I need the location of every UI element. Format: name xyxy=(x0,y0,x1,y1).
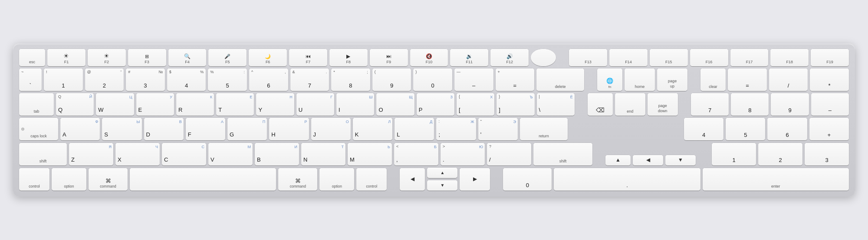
v-key[interactable]: М V xyxy=(208,143,253,165)
h-key[interactable]: Р H xyxy=(269,118,309,140)
numpad-divide-key[interactable]: / xyxy=(769,68,808,91)
a-key[interactable]: Ф A xyxy=(60,118,100,140)
numpad-1-key[interactable]: 1 xyxy=(712,143,756,165)
j-key[interactable]: О J xyxy=(311,118,351,140)
left-control-key[interactable]: control xyxy=(19,168,49,191)
f7-key[interactable]: ⏮ F7 xyxy=(289,49,327,66)
numpad-6-key[interactable]: 6 xyxy=(767,118,807,140)
delete-key[interactable]: delete xyxy=(536,68,584,91)
f-key[interactable]: А F xyxy=(186,118,225,140)
f8-key[interactable]: ▶ F8 xyxy=(329,49,368,66)
minus-key[interactable]: — – xyxy=(454,68,493,91)
quote-key[interactable]: " Э ' xyxy=(478,118,518,140)
x-key[interactable]: Ч X xyxy=(115,143,160,165)
f15-key[interactable]: F15 xyxy=(650,49,688,66)
z-key[interactable]: Я Z xyxy=(69,143,113,165)
f1-key[interactable]: ☀ F1 xyxy=(47,49,85,66)
up-arrow-key[interactable]: ▲ xyxy=(605,155,631,165)
left-option-key[interactable]: option xyxy=(52,168,86,191)
period-key[interactable]: > Ю . xyxy=(441,143,485,165)
c-key[interactable]: С C xyxy=(162,143,206,165)
end-key[interactable]: end xyxy=(615,93,645,116)
numpad-8-key[interactable]: 8 xyxy=(731,93,769,116)
2-key[interactable]: @ " 2 xyxy=(85,68,124,91)
d-key[interactable]: В D xyxy=(144,118,184,140)
space-key[interactable] xyxy=(130,168,276,191)
p-key[interactable]: З P xyxy=(417,93,454,116)
power-key[interactable] xyxy=(531,49,556,66)
f9-key[interactable]: ⏭ F9 xyxy=(370,49,408,66)
backslash-key[interactable]: | Ё \ xyxy=(537,93,575,116)
clear-key[interactable]: clear xyxy=(700,68,726,91)
0-key[interactable]: ) 0 xyxy=(413,68,452,91)
f10-key[interactable]: 🔇 F10 xyxy=(410,49,448,66)
bracket-right-key[interactable]: } Ъ ] xyxy=(496,93,534,116)
semicolon-key[interactable]: : Ж ; xyxy=(436,118,476,140)
page-down-key[interactable]: pagedown xyxy=(648,93,678,116)
numpad-backspace-key[interactable]: ⌫ xyxy=(588,93,613,116)
equals-key[interactable]: + = xyxy=(496,68,535,91)
numpad-2-key[interactable]: 2 xyxy=(758,143,802,165)
numpad-5-key[interactable]: 5 xyxy=(726,118,765,140)
right-option-key[interactable]: option xyxy=(319,168,354,191)
right-arrow-key[interactable]: ▶ xyxy=(460,168,490,191)
i-key[interactable]: Ш I xyxy=(336,93,374,116)
left-arrow-key2[interactable]: ◀ xyxy=(400,168,425,191)
down-arrow-key2[interactable]: ▼ xyxy=(427,180,457,191)
down-arrow-key[interactable]: ▼ xyxy=(665,155,696,165)
numpad-enter-key[interactable]: enter xyxy=(703,168,849,191)
bracket-left-key[interactable]: { Х [ xyxy=(457,93,494,116)
6-key[interactable]: ^ , 6 xyxy=(249,68,288,91)
g-key[interactable]: П G xyxy=(227,118,267,140)
numpad-0-key[interactable]: 0 xyxy=(503,168,552,191)
slash-key[interactable]: ? / xyxy=(487,143,531,165)
left-arrow-key[interactable]: ◀ xyxy=(633,155,663,165)
caps-lock-key[interactable]: caps lock xyxy=(19,118,58,140)
f3-key[interactable]: ⊞ F3 xyxy=(128,49,166,66)
f13-key[interactable]: F13 xyxy=(569,49,607,66)
u-key[interactable]: Г U xyxy=(296,93,334,116)
page-up-key[interactable]: pageup xyxy=(657,68,687,91)
backtick-key[interactable]: ~ ` xyxy=(19,68,42,91)
q-key[interactable]: Q Й Q xyxy=(56,93,94,116)
numpad-minus-key[interactable]: – xyxy=(811,93,849,116)
k-key[interactable]: Л K xyxy=(353,118,392,140)
right-shift-key[interactable]: shift xyxy=(533,143,592,165)
f19-key[interactable]: F19 xyxy=(811,49,849,66)
y-key[interactable]: Н Y xyxy=(256,93,294,116)
b-key[interactable]: И B xyxy=(255,143,299,165)
e-key[interactable]: У E xyxy=(136,93,174,116)
numpad-7-key[interactable]: 7 xyxy=(691,93,729,116)
numpad-equals-key[interactable]: = xyxy=(728,68,767,91)
9-key[interactable]: ( 9 xyxy=(372,68,411,91)
esc-key[interactable]: esc xyxy=(19,49,45,66)
numpad-9-key[interactable]: 9 xyxy=(771,93,809,116)
3-key[interactable]: # № 3 xyxy=(126,68,165,91)
r-key[interactable]: К R xyxy=(176,93,214,116)
f18-key[interactable]: F18 xyxy=(770,49,809,66)
home-key[interactable]: home xyxy=(625,68,655,91)
f11-key[interactable]: 🔉 F11 xyxy=(450,49,488,66)
numpad-4-key[interactable]: 4 xyxy=(684,118,723,140)
right-command-key[interactable]: ⌘ command xyxy=(278,168,317,191)
f6-key[interactable]: 🌙 F6 xyxy=(249,49,287,66)
numpad-multiply-key[interactable]: * xyxy=(810,68,849,91)
return-key[interactable]: return xyxy=(520,118,568,140)
f17-key[interactable]: F17 xyxy=(730,49,769,66)
comma-key[interactable]: < Б , xyxy=(394,143,438,165)
f5-key[interactable]: 🎤 F5 xyxy=(208,49,247,66)
w-key[interactable]: Ц W xyxy=(96,93,134,116)
m-key[interactable]: Ь M xyxy=(348,143,392,165)
5-key[interactable]: % : 5 xyxy=(208,68,247,91)
left-command-key[interactable]: ⌘ command xyxy=(89,168,128,191)
numpad-decimal-key[interactable]: . xyxy=(554,168,700,191)
f14-key[interactable]: F14 xyxy=(609,49,648,66)
f4-key[interactable]: 🔍 F4 xyxy=(168,49,207,66)
s-key[interactable]: Ы S xyxy=(102,118,141,140)
4-key[interactable]: $ % 4 xyxy=(167,68,206,91)
left-shift-key[interactable]: shift xyxy=(19,143,67,165)
numpad-3-key[interactable]: 3 xyxy=(805,143,849,165)
numpad-plus-key[interactable]: + xyxy=(809,118,849,140)
t-key[interactable]: Е T xyxy=(216,93,254,116)
l-key[interactable]: Д L xyxy=(395,118,434,140)
